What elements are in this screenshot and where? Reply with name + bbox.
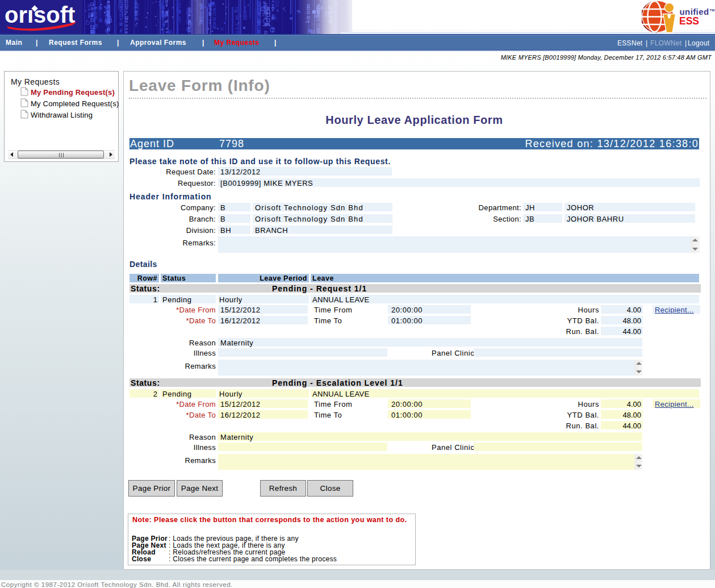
- svg-text:ESS: ESS: [679, 15, 699, 27]
- svg-text:TM: TM: [710, 9, 715, 12]
